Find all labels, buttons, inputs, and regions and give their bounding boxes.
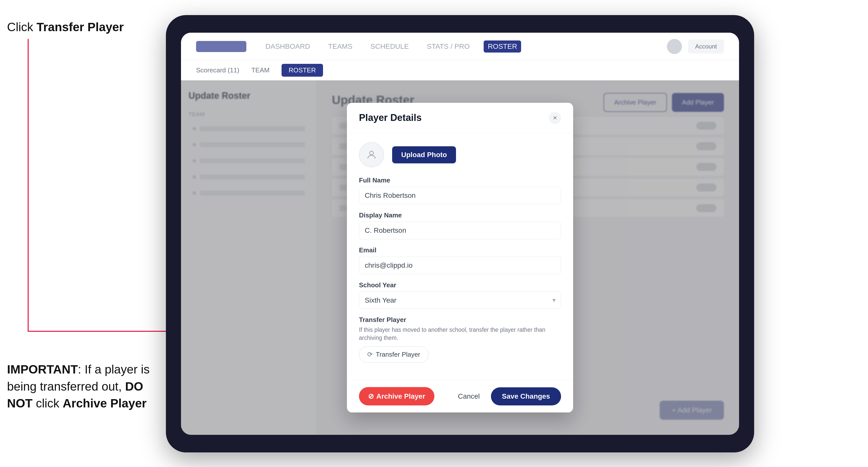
school-year-label: School Year bbox=[359, 281, 561, 289]
instruction-suffix: click bbox=[32, 397, 63, 410]
instruction-bottom: IMPORTANT: If a player is being transfer… bbox=[7, 361, 163, 412]
modal-backdrop: Player Details × bbox=[181, 81, 739, 435]
avatar bbox=[667, 39, 682, 54]
archive-icon: ⊘ bbox=[368, 392, 374, 400]
instruction-prefix: Click bbox=[7, 20, 36, 34]
annotation-line-vertical bbox=[28, 39, 29, 332]
full-name-group: Full Name bbox=[359, 177, 561, 204]
email-label: Email bbox=[359, 246, 561, 254]
transfer-section-label: Transfer Player bbox=[359, 316, 561, 324]
display-name-group: Display Name bbox=[359, 211, 561, 239]
avatar-placeholder bbox=[359, 142, 384, 167]
email-input[interactable] bbox=[359, 257, 561, 274]
modal-title: Player Details bbox=[359, 112, 422, 123]
modal-header: Player Details × bbox=[347, 103, 573, 133]
instruction-top: Click Transfer Player bbox=[7, 20, 124, 34]
tablet-screen: DASHBOARD TEAMS SCHEDULE STATS / PRO ROS… bbox=[181, 33, 739, 435]
transfer-icon: ⟳ bbox=[367, 351, 373, 359]
nav-schedule[interactable]: SCHEDULE bbox=[367, 40, 413, 53]
email-group: Email bbox=[359, 246, 561, 274]
tab-roster[interactable]: ROSTER bbox=[282, 64, 323, 77]
nav-roster[interactable]: ROSTER bbox=[484, 40, 521, 53]
instruction-highlight: Transfer Player bbox=[36, 20, 124, 34]
upload-photo-button[interactable]: Upload Photo bbox=[392, 146, 456, 163]
sub-header: Scorecard (11) TEAM ROSTER bbox=[181, 60, 739, 81]
tablet-device: DASHBOARD TEAMS SCHEDULE STATS / PRO ROS… bbox=[166, 15, 754, 453]
school-year-select-wrapper: First Year Second Year Third Year Fourth… bbox=[359, 291, 561, 309]
cancel-button[interactable]: Cancel bbox=[452, 387, 486, 405]
app-logo bbox=[196, 41, 246, 52]
photo-upload-row: Upload Photo bbox=[359, 142, 561, 167]
modal-body: Upload Photo Full Name Display Name bbox=[347, 133, 573, 380]
header-right: Account bbox=[667, 39, 724, 54]
display-name-input[interactable] bbox=[359, 222, 561, 239]
school-year-group: School Year First Year Second Year Third… bbox=[359, 281, 561, 309]
instruction-important: IMPORTANT bbox=[7, 363, 78, 376]
full-name-input[interactable] bbox=[359, 187, 561, 204]
breadcrumb: Scorecard (11) bbox=[196, 66, 239, 74]
account-button[interactable]: Account bbox=[688, 39, 724, 54]
player-details-modal: Player Details × bbox=[347, 103, 573, 412]
tab-team[interactable]: TEAM bbox=[244, 64, 277, 77]
modal-footer: ⊘ Archive Player Cancel Save Changes bbox=[347, 380, 573, 412]
nav-bar: DASHBOARD TEAMS SCHEDULE STATS / PRO ROS… bbox=[261, 40, 652, 53]
app-header: DASHBOARD TEAMS SCHEDULE STATS / PRO ROS… bbox=[181, 33, 739, 60]
school-year-select[interactable]: First Year Second Year Third Year Fourth… bbox=[359, 291, 561, 309]
archive-label: Archive Player bbox=[376, 392, 425, 400]
nav-teams[interactable]: TEAMS bbox=[324, 40, 356, 53]
nav-stats[interactable]: STATS / PRO bbox=[423, 40, 473, 53]
full-name-label: Full Name bbox=[359, 177, 561, 184]
save-changes-button[interactable]: Save Changes bbox=[491, 387, 561, 405]
display-name-label: Display Name bbox=[359, 211, 561, 219]
main-content: Update Roster Team bbox=[181, 81, 739, 435]
nav-dashboard[interactable]: DASHBOARD bbox=[261, 40, 314, 53]
transfer-button-label: Transfer Player bbox=[376, 351, 420, 359]
archive-player-button[interactable]: ⊘ Archive Player bbox=[359, 387, 434, 405]
transfer-description: If this player has moved to another scho… bbox=[359, 326, 561, 342]
modal-close-button[interactable]: × bbox=[549, 112, 561, 124]
svg-point-0 bbox=[370, 151, 374, 155]
transfer-player-button[interactable]: ⟳ Transfer Player bbox=[359, 346, 429, 363]
instruction-archive-ref: Archive Player bbox=[63, 397, 147, 410]
transfer-player-section: Transfer Player If this player has moved… bbox=[359, 316, 561, 363]
